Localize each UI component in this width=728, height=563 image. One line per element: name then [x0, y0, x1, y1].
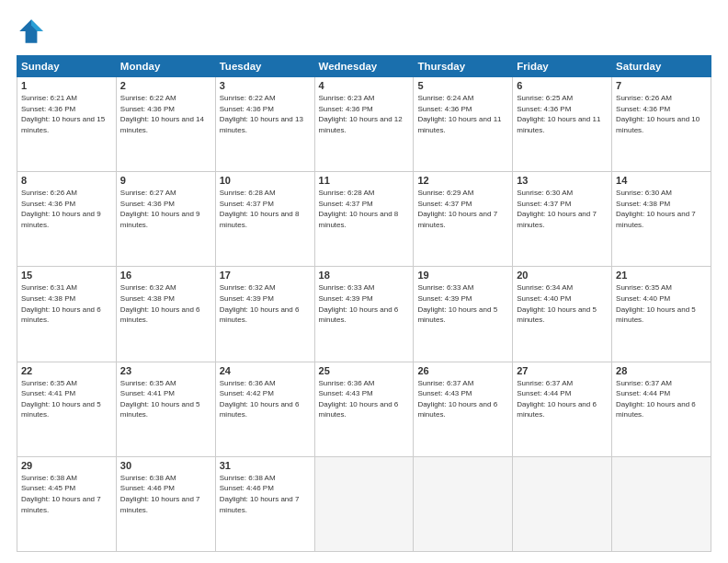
day-number: 15 [21, 270, 112, 281]
day-number: 3 [220, 80, 311, 91]
table-row: 6Sunrise: 6:25 AMSunset: 4:36 PMDaylight… [513, 77, 612, 172]
col-header-saturday: Saturday [612, 56, 711, 77]
table-row: 26Sunrise: 6:37 AMSunset: 4:43 PMDayligh… [414, 362, 513, 456]
table-row [414, 456, 513, 551]
table-row: 16Sunrise: 6:32 AMSunset: 4:38 PMDayligh… [116, 267, 215, 362]
day-number: 7 [616, 80, 707, 91]
table-row: 24Sunrise: 6:36 AMSunset: 4:42 PMDayligh… [215, 362, 314, 456]
table-row: 18Sunrise: 6:33 AMSunset: 4:39 PMDayligh… [314, 267, 414, 362]
day-number: 5 [417, 80, 508, 91]
day-info: Sunrise: 6:38 AMSunset: 4:45 PMDaylight:… [21, 473, 112, 515]
day-number: 18 [319, 270, 410, 281]
day-info: Sunrise: 6:30 AMSunset: 4:37 PMDaylight:… [517, 188, 608, 230]
day-info: Sunrise: 6:35 AMSunset: 4:41 PMDaylight:… [120, 378, 211, 420]
day-info: Sunrise: 6:38 AMSunset: 4:46 PMDaylight:… [120, 473, 211, 515]
day-number: 27 [517, 365, 608, 376]
day-number: 31 [220, 460, 311, 471]
table-row: 28Sunrise: 6:37 AMSunset: 4:44 PMDayligh… [612, 362, 711, 456]
table-row: 21Sunrise: 6:35 AMSunset: 4:40 PMDayligh… [612, 267, 711, 362]
day-number: 23 [120, 365, 211, 376]
table-row: 31Sunrise: 6:38 AMSunset: 4:46 PMDayligh… [215, 456, 314, 551]
table-row: 23Sunrise: 6:35 AMSunset: 4:41 PMDayligh… [116, 362, 215, 456]
day-number: 16 [120, 270, 211, 281]
table-row: 15Sunrise: 6:31 AMSunset: 4:38 PMDayligh… [17, 267, 117, 362]
table-row: 8Sunrise: 6:26 AMSunset: 4:36 PMDaylight… [17, 172, 117, 267]
table-row: 19Sunrise: 6:33 AMSunset: 4:39 PMDayligh… [414, 267, 513, 362]
day-info: Sunrise: 6:22 AMSunset: 4:36 PMDaylight:… [220, 93, 311, 135]
col-header-wednesday: Wednesday [314, 56, 414, 77]
table-row: 9Sunrise: 6:27 AMSunset: 4:36 PMDaylight… [116, 172, 215, 267]
day-info: Sunrise: 6:37 AMSunset: 4:43 PMDaylight:… [417, 378, 508, 420]
day-info: Sunrise: 6:21 AMSunset: 4:36 PMDaylight:… [21, 93, 112, 135]
day-number: 25 [319, 365, 410, 376]
day-info: Sunrise: 6:23 AMSunset: 4:36 PMDaylight:… [319, 93, 410, 135]
header [17, 17, 711, 46]
day-info: Sunrise: 6:37 AMSunset: 4:44 PMDaylight:… [616, 378, 707, 420]
day-number: 4 [319, 80, 410, 91]
table-row: 27Sunrise: 6:37 AMSunset: 4:44 PMDayligh… [513, 362, 612, 456]
table-row: 11Sunrise: 6:28 AMSunset: 4:37 PMDayligh… [314, 172, 414, 267]
day-info: Sunrise: 6:24 AMSunset: 4:36 PMDaylight:… [417, 93, 508, 135]
day-info: Sunrise: 6:26 AMSunset: 4:36 PMDaylight:… [21, 188, 112, 230]
day-info: Sunrise: 6:31 AMSunset: 4:38 PMDaylight:… [21, 282, 112, 325]
table-row: 4Sunrise: 6:23 AMSunset: 4:36 PMDaylight… [314, 77, 414, 172]
col-header-monday: Monday [116, 56, 215, 77]
table-row: 3Sunrise: 6:22 AMSunset: 4:36 PMDaylight… [215, 77, 314, 172]
col-header-tuesday: Tuesday [215, 56, 314, 77]
table-row: 10Sunrise: 6:28 AMSunset: 4:37 PMDayligh… [215, 172, 314, 267]
day-number: 28 [616, 365, 707, 376]
table-row: 1Sunrise: 6:21 AMSunset: 4:36 PMDaylight… [17, 77, 117, 172]
logo [17, 17, 50, 46]
day-info: Sunrise: 6:32 AMSunset: 4:39 PMDaylight:… [220, 282, 311, 325]
col-header-sunday: Sunday [17, 56, 117, 77]
table-row: 17Sunrise: 6:32 AMSunset: 4:39 PMDayligh… [215, 267, 314, 362]
day-info: Sunrise: 6:38 AMSunset: 4:46 PMDaylight:… [220, 473, 311, 515]
day-number: 11 [319, 175, 410, 186]
col-header-friday: Friday [513, 56, 612, 77]
table-row: 5Sunrise: 6:24 AMSunset: 4:36 PMDaylight… [414, 77, 513, 172]
day-number: 6 [517, 80, 608, 91]
day-number: 13 [517, 175, 608, 186]
page: SundayMondayTuesdayWednesdayThursdayFrid… [0, 0, 728, 563]
day-number: 17 [220, 270, 311, 281]
day-info: Sunrise: 6:36 AMSunset: 4:43 PMDaylight:… [319, 378, 410, 420]
table-row: 22Sunrise: 6:35 AMSunset: 4:41 PMDayligh… [17, 362, 117, 456]
logo-icon [17, 17, 46, 46]
day-info: Sunrise: 6:33 AMSunset: 4:39 PMDaylight:… [319, 282, 410, 325]
table-row: 25Sunrise: 6:36 AMSunset: 4:43 PMDayligh… [314, 362, 414, 456]
day-info: Sunrise: 6:36 AMSunset: 4:42 PMDaylight:… [220, 378, 311, 420]
table-row: 14Sunrise: 6:30 AMSunset: 4:38 PMDayligh… [612, 172, 711, 267]
day-number: 22 [21, 365, 112, 376]
week-row-2: 15Sunrise: 6:31 AMSunset: 4:38 PMDayligh… [17, 267, 711, 362]
day-info: Sunrise: 6:28 AMSunset: 4:37 PMDaylight:… [220, 188, 311, 230]
table-row [513, 456, 612, 551]
calendar-table: SundayMondayTuesdayWednesdayThursdayFrid… [17, 55, 711, 552]
table-row: 12Sunrise: 6:29 AMSunset: 4:37 PMDayligh… [414, 172, 513, 267]
day-number: 20 [517, 270, 608, 281]
day-info: Sunrise: 6:25 AMSunset: 4:36 PMDaylight:… [517, 93, 608, 135]
table-row [314, 456, 414, 551]
day-number: 21 [616, 270, 707, 281]
day-info: Sunrise: 6:37 AMSunset: 4:44 PMDaylight:… [517, 378, 608, 420]
day-number: 10 [220, 175, 311, 186]
week-row-3: 22Sunrise: 6:35 AMSunset: 4:41 PMDayligh… [17, 362, 711, 456]
day-number: 26 [417, 365, 508, 376]
day-info: Sunrise: 6:32 AMSunset: 4:38 PMDaylight:… [120, 282, 211, 325]
day-number: 29 [21, 460, 112, 471]
week-row-1: 8Sunrise: 6:26 AMSunset: 4:36 PMDaylight… [17, 172, 711, 267]
day-number: 8 [21, 175, 112, 186]
table-row [612, 456, 711, 551]
day-number: 2 [120, 80, 211, 91]
table-row: 2Sunrise: 6:22 AMSunset: 4:36 PMDaylight… [116, 77, 215, 172]
day-number: 30 [120, 460, 211, 471]
day-info: Sunrise: 6:27 AMSunset: 4:36 PMDaylight:… [120, 188, 211, 230]
table-row: 29Sunrise: 6:38 AMSunset: 4:45 PMDayligh… [17, 456, 117, 551]
day-number: 24 [220, 365, 311, 376]
table-row: 13Sunrise: 6:30 AMSunset: 4:37 PMDayligh… [513, 172, 612, 267]
day-number: 19 [417, 270, 508, 281]
day-info: Sunrise: 6:33 AMSunset: 4:39 PMDaylight:… [417, 282, 508, 325]
day-info: Sunrise: 6:30 AMSunset: 4:38 PMDaylight:… [616, 188, 707, 230]
day-info: Sunrise: 6:34 AMSunset: 4:40 PMDaylight:… [517, 282, 608, 325]
day-number: 1 [21, 80, 112, 91]
table-row: 20Sunrise: 6:34 AMSunset: 4:40 PMDayligh… [513, 267, 612, 362]
